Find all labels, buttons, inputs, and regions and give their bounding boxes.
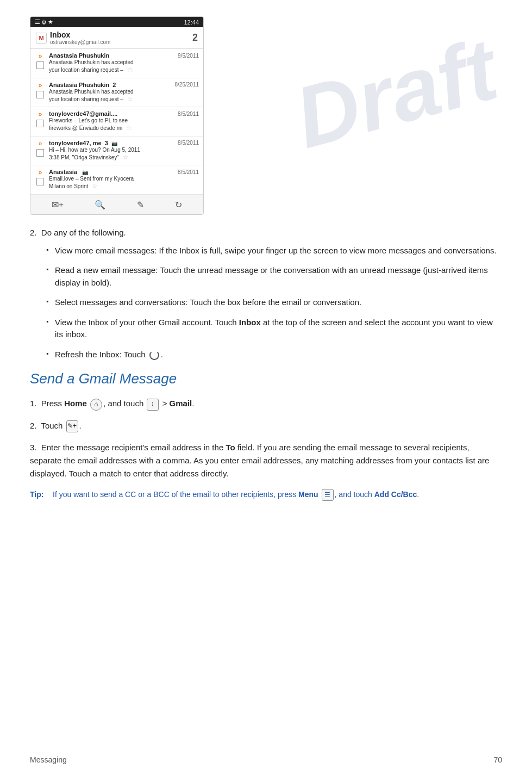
tip-label: Tip: [30, 489, 47, 501]
step2-number: 2. [30, 228, 37, 237]
status-bar-left: ☰ ψ ★ [35, 18, 53, 26]
compose-icon: ✎+ [66, 420, 78, 432]
bullet-item-5: Refresh the Inbox: Touch . [46, 349, 502, 361]
bullet-item-3: Select messages and conversations: Touch… [46, 296, 502, 309]
email-star-2[interactable]: ☆ [127, 95, 133, 103]
email-from-4: tonyloverde47, me 3 📷 [49, 140, 117, 146]
email-date-2: 8/25/2011 [175, 82, 199, 88]
page-footer: Messaging 70 [30, 755, 502, 764]
status-bar: ☰ ψ ★ 12:44 [30, 17, 203, 27]
bullet-list: View more email messages: If the Inbox i… [46, 245, 502, 361]
email-from-row-5: Anastasia 📷 8/5/2011 [49, 169, 199, 175]
status-icons: ☰ ψ ★ [35, 18, 53, 26]
email-subject-2: Anastasia Phushukin has acceptedyour loc… [49, 88, 199, 104]
step3-num: 3. [30, 443, 37, 452]
inbox-title-area: M Inbox ostravinskey@gmail.com [36, 30, 110, 45]
unread-indicator-2: » [39, 82, 42, 89]
email-date-3: 8/5/2011 [178, 111, 199, 117]
email-star-3[interactable]: ☆ [126, 124, 132, 132]
bullet-item-2: Read a new email message: Touch the unre… [46, 264, 502, 289]
email-from-1: Anastasia Phushukin [49, 52, 109, 59]
tip-text: If you want to send a CC or a BCC of the… [53, 489, 419, 501]
email-subject-5: Email.love – Sent from my KyoceraMilano … [49, 175, 199, 191]
inbox-title-block: Inbox ostravinskey@gmail.com [50, 30, 110, 45]
email-left-4: » [35, 140, 46, 157]
bullet-item-4: View the Inbox of your other Gmail accou… [46, 317, 502, 341]
email-from-2: Anastasia Phushukin 2 [49, 82, 116, 88]
email-left-1: » [35, 52, 46, 69]
email-item-5[interactable]: » Anastasia 📷 8/5/2011 Email.love – Sent… [30, 165, 203, 195]
email-from-row-2: Anastasia Phushukin 2 8/25/2011 [49, 82, 199, 88]
email-content-1: Anastasia Phushukin 9/5/2011 Anastasia P… [49, 52, 199, 75]
email-date-5: 8/5/2011 [178, 169, 199, 175]
email-checkbox-3[interactable] [36, 120, 44, 127]
email-list: » Anastasia Phushukin 9/5/2011 Anastasia… [30, 49, 203, 195]
section-heading: Send a Gmail Message [30, 370, 502, 387]
unread-indicator-4: » [39, 140, 42, 147]
email-date-4: 8/5/2011 [178, 140, 199, 146]
email-checkbox-1[interactable] [36, 61, 44, 69]
email-date-1: 9/5/2011 [178, 53, 199, 59]
email-left-3: » [35, 110, 46, 127]
email-star-5[interactable]: ☆ [92, 182, 98, 190]
status-time: 12:44 [184, 19, 199, 26]
email-checkbox-5[interactable] [36, 178, 44, 185]
footer-right: 70 [493, 755, 502, 764]
email-subject-4: Hi – Hi, how are you? On Aug 5, 20113:38… [49, 146, 199, 162]
email-content-3: tonyloverde47@gmail.... 8/5/2011 Firewor… [49, 110, 199, 133]
email-left-2: » [35, 82, 46, 98]
email-from-row-1: Anastasia Phushukin 9/5/2011 [49, 52, 199, 59]
email-item-3[interactable]: » tonyloverde47@gmail.... 8/5/2011 Firew… [30, 107, 203, 137]
email-subject-1: Anastasia Phushukin has acceptedyour loc… [49, 59, 199, 75]
step2-intro: Do any of the following. [41, 228, 126, 237]
email-from-5: Anastasia 📷 [49, 169, 88, 175]
unread-indicator-5: » [39, 169, 42, 176]
email-star-4[interactable]: ☆ [123, 153, 129, 161]
refresh-toolbar-icon[interactable]: ↻ [175, 200, 182, 210]
inbox-count: 2 [192, 32, 198, 44]
email-subject-3: Fireworks – Let's go to PL to seefirewor… [49, 117, 199, 133]
tip-section: Tip: If you want to send a CC or a BCC o… [30, 489, 502, 501]
email-from-row-3: tonyloverde47@gmail.... 8/5/2011 [49, 110, 199, 117]
home-icon: ⌂ [90, 399, 102, 411]
inbox-subtitle: ostravinskey@gmail.com [50, 39, 110, 45]
page-content: ☰ ψ ★ 12:44 M Inbox ostravinskey@gmail.c… [0, 0, 532, 523]
bullet-item-1: View more email messages: If the Inbox i… [46, 245, 502, 257]
email-item-2[interactable]: » Anastasia Phushukin 2 8/25/2011 Anasta… [30, 78, 203, 108]
search-toolbar-icon[interactable]: 🔍 [95, 200, 105, 210]
menu-icon: ☰ [322, 489, 334, 501]
inbox-header: M Inbox ostravinskey@gmail.com 2 [30, 27, 203, 49]
phone-screenshot: ☰ ψ ★ 12:44 M Inbox ostravinskey@gmail.c… [30, 16, 204, 215]
send-step-1: 1. Press Home ⌂, and touch ⁝ > Gmail. [30, 397, 502, 410]
unread-indicator-3: » [39, 110, 42, 118]
email-content-5: Anastasia 📷 8/5/2011 Email.love – Sent f… [49, 169, 199, 191]
compose-toolbar-icon[interactable]: ✉+ [52, 200, 64, 210]
send-step-3: 3. Enter the message recipient's email a… [30, 441, 502, 480]
email-content-4: tonyloverde47, me 3 📷 8/5/2011 Hi – Hi, … [49, 140, 199, 162]
email-star-1[interactable]: ☆ [127, 66, 133, 73]
footer-left: Messaging [30, 755, 67, 764]
step2-num: 2. [30, 421, 37, 430]
email-from-row-4: tonyloverde47, me 3 📷 8/5/2011 [49, 140, 199, 146]
gmail-logo: M [36, 33, 47, 44]
inbox-title: Inbox [50, 30, 110, 39]
email-checkbox-4[interactable] [36, 149, 44, 157]
step2-label: 2. Do any of the following. [30, 228, 502, 237]
grid-icon: ⁝ [147, 399, 159, 411]
unread-indicator-1: » [39, 52, 42, 60]
email-checkbox-2[interactable] [36, 91, 44, 98]
send-step-2: 2. Touch ✎+. [30, 419, 502, 432]
email-left-5: » [35, 169, 46, 185]
email-content-2: Anastasia Phushukin 2 8/25/2011 Anastasi… [49, 82, 199, 104]
email-from-3: tonyloverde47@gmail.... [49, 110, 117, 117]
email-item-4[interactable]: » tonyloverde47, me 3 📷 8/5/2011 Hi – Hi… [30, 137, 203, 166]
edit-toolbar-icon[interactable]: ✎ [137, 200, 144, 210]
bottom-toolbar: ✉+ 🔍 ✎ ↻ [30, 195, 203, 214]
email-item-1[interactable]: » Anastasia Phushukin 9/5/2011 Anastasia… [30, 49, 203, 78]
step1-num: 1. [30, 399, 37, 408]
